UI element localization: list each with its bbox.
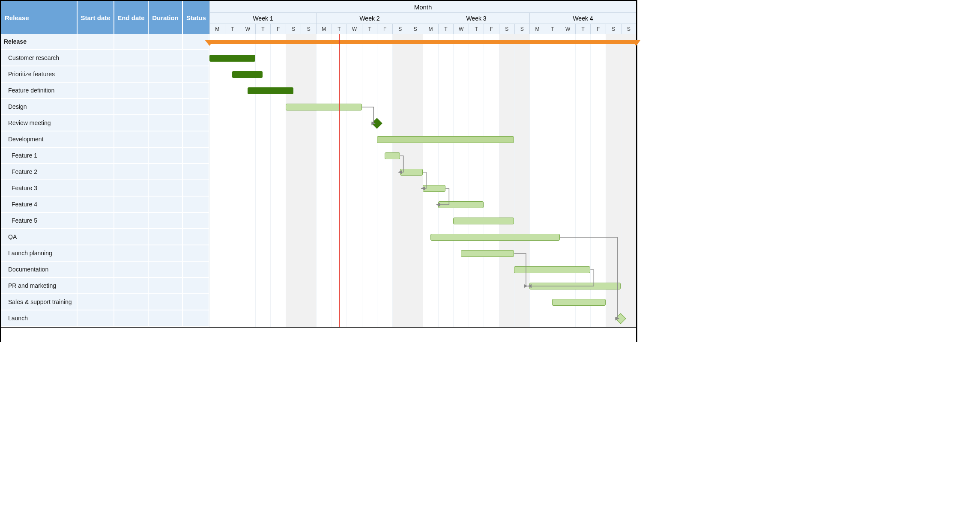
day-header: S — [408, 24, 423, 34]
task-duration — [149, 66, 183, 83]
task-end — [114, 278, 149, 294]
task-bar — [423, 185, 445, 192]
task-end — [114, 294, 149, 310]
timeline-row — [209, 213, 636, 229]
days-row: MTWTFSSMTWTFSSMTWTFSSMTWTFSS — [209, 24, 636, 34]
task-status — [183, 213, 209, 229]
task-start — [78, 148, 114, 164]
task-end — [114, 148, 149, 164]
task-duration — [149, 115, 183, 131]
task-duration — [149, 197, 183, 213]
task-name: QA — [1, 229, 78, 245]
task-start — [78, 164, 114, 180]
task-bar — [529, 283, 621, 289]
task-row: Feature 5 — [1, 213, 209, 229]
task-bar — [209, 55, 255, 62]
task-duration — [149, 34, 183, 50]
task-row: Feature 3 — [1, 180, 209, 197]
task-row: Customer research — [1, 50, 209, 66]
task-row: Development — [1, 131, 209, 148]
task-end — [114, 50, 149, 66]
day-header: T — [225, 24, 240, 34]
task-status — [183, 148, 209, 164]
task-end — [114, 131, 149, 148]
task-row: Prioritize features — [1, 66, 209, 83]
task-name: PR and marketing — [1, 278, 78, 294]
day-header: F — [270, 24, 286, 34]
task-end — [114, 164, 149, 180]
task-row: PR and marketing — [1, 278, 209, 294]
task-row: Launch planning — [1, 245, 209, 262]
task-duration — [149, 278, 183, 294]
task-duration — [149, 294, 183, 310]
timeline-row — [209, 180, 636, 197]
task-start — [78, 213, 114, 229]
timeline-row — [209, 148, 636, 164]
gantt-body: ReleaseCustomer researchPrioritize featu… — [1, 34, 636, 327]
day-header: T — [255, 24, 271, 34]
task-duration — [149, 229, 183, 245]
task-duration — [149, 213, 183, 229]
week-header: Week 3 — [423, 13, 529, 24]
task-bar — [453, 218, 514, 224]
task-bar — [286, 104, 362, 110]
week-header: Week 4 — [529, 13, 636, 24]
task-name: Review meeting — [1, 115, 78, 131]
task-end — [114, 34, 149, 50]
task-status — [183, 131, 209, 148]
task-name: Sales & support training — [1, 294, 78, 310]
task-start — [78, 66, 114, 83]
task-status — [183, 180, 209, 197]
milestone-icon — [372, 118, 382, 128]
timeline-row — [209, 83, 636, 99]
task-status — [183, 278, 209, 294]
task-bar — [377, 136, 514, 143]
task-name: Feature 4 — [1, 197, 78, 213]
task-duration — [149, 164, 183, 180]
day-header: S — [286, 24, 301, 34]
task-name: Development — [1, 131, 78, 148]
timeline-row — [209, 66, 636, 83]
day-header: S — [606, 24, 621, 34]
summary-start-triangle — [205, 40, 214, 46]
task-bar — [232, 71, 263, 78]
task-name: Feature 1 — [1, 148, 78, 164]
task-row: Review meeting — [1, 115, 209, 131]
task-start — [78, 229, 114, 245]
task-duration — [149, 50, 183, 66]
timeline-row — [209, 278, 636, 294]
timeline-row — [209, 164, 636, 180]
task-row: Feature 1 — [1, 148, 209, 164]
timeline-row — [209, 294, 636, 310]
timeline-row — [209, 310, 636, 327]
task-bar — [514, 266, 590, 273]
month-header: Month — [209, 1, 636, 13]
task-status — [183, 66, 209, 83]
task-row: Launch — [1, 310, 209, 327]
milestone-icon — [615, 313, 626, 324]
task-row: Feature definition — [1, 83, 209, 99]
task-duration — [149, 262, 183, 278]
task-row: Feature 4 — [1, 197, 209, 213]
task-status — [183, 50, 209, 66]
task-end — [114, 197, 149, 213]
task-start — [78, 197, 114, 213]
footer — [1, 327, 636, 342]
task-end — [114, 229, 149, 245]
timeline-row — [209, 229, 636, 245]
timeline-row — [209, 99, 636, 115]
task-duration — [149, 99, 183, 115]
day-header: T — [362, 24, 377, 34]
task-name: Documentation — [1, 262, 78, 278]
task-start — [78, 99, 114, 115]
timeline-row — [209, 34, 636, 50]
day-header: T — [545, 24, 560, 34]
header-left: Release Start date End date Duration Sta… — [1, 1, 209, 34]
task-status — [183, 197, 209, 213]
task-status — [183, 229, 209, 245]
summary-bar — [209, 40, 636, 44]
day-header: M — [209, 24, 225, 34]
day-header: W — [560, 24, 575, 34]
task-duration — [149, 131, 183, 148]
task-bar — [400, 169, 423, 176]
